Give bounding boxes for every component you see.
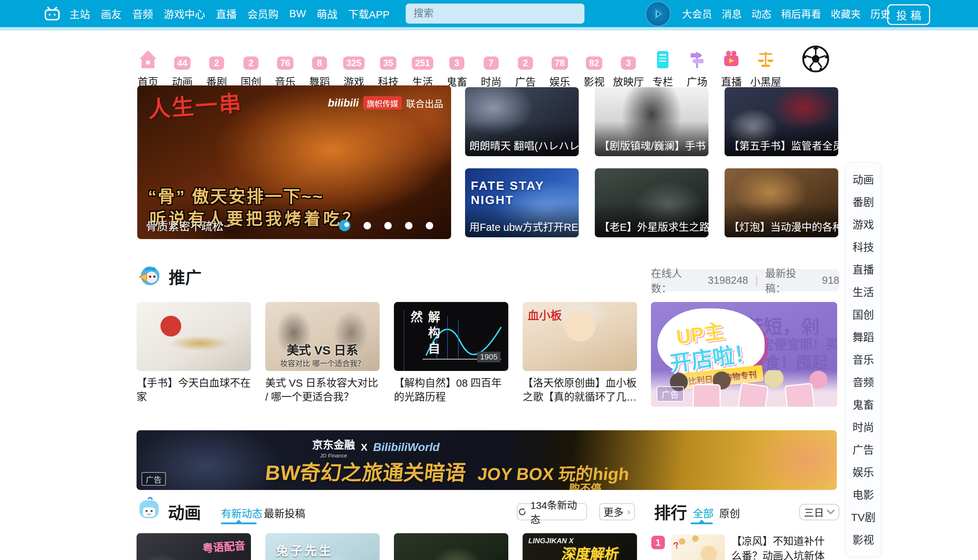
side-nav-bangumi[interactable]: 番剧 (845, 191, 881, 213)
nav-item-favorites[interactable]: 收藏夹 (831, 7, 861, 21)
rank-list-item-1[interactable]: 1 ? 【凉风】不知道补什么番？动画入坑新体位了解一下！ (651, 534, 832, 560)
category-count-badge: 2 (209, 57, 224, 70)
side-nav-guochuang[interactable]: 国创 (845, 303, 881, 326)
promo-card[interactable]: 血小板 【洛天依原创曲】血小板之歌【真的就循环了几百遍】【表 (523, 302, 637, 404)
side-nav-music[interactable]: 音乐 (845, 348, 881, 371)
side-nav-movie[interactable]: 电影 (845, 483, 881, 506)
upload-button[interactable]: 投稿 (887, 4, 930, 25)
nav-item-bw[interactable]: BW (289, 8, 306, 20)
carousel-dot[interactable] (426, 222, 433, 230)
ad-card-up-shop[interactable]: 人生苦短，剁 子比某宝便宜耶！买买 超好食！囤起 UP主 开店啦！ 比利日报•购… (651, 302, 837, 407)
nav-left-group: 主站 画友 音频 游戏中心 直播 会员购 BW 萌战 下载APP (44, 0, 390, 27)
category-column[interactable]: 专栏 (646, 47, 680, 88)
category-fashion[interactable]: 7 时尚 (474, 47, 508, 88)
video-card[interactable] (394, 533, 508, 560)
thumbnail-text: 血小板 (528, 306, 562, 323)
video-card[interactable]: 朗朗晴天 翻唱(ハレハレヤ) (465, 87, 579, 156)
side-nav-live[interactable]: 直播 (845, 258, 881, 281)
category-guochuang[interactable]: 2 国创 (234, 47, 268, 88)
bilibili-homepage: 主站 画友 音频 游戏中心 直播 会员购 BW 萌战 下载APP 大会员 消息 … (0, 0, 978, 560)
nav-item-live[interactable]: 直播 (216, 6, 237, 21)
period-dropdown[interactable]: 三日 (799, 504, 839, 520)
video-card[interactable]: 【老E】外星版求生之路！ (595, 168, 708, 237)
side-nav-dance[interactable]: 舞蹈 (845, 326, 881, 348)
video-card[interactable]: 【剧版镇魂/巍澜】手书 是 (595, 87, 708, 156)
nav-item-huayou[interactable]: 画友 (101, 6, 122, 21)
side-nav-anime[interactable]: 动画 (845, 168, 881, 191)
nav-item-vip-shop[interactable]: 会员购 (247, 6, 278, 21)
video-card[interactable]: FATE STAY NIGHT 用Fate ubw方式打开RE:CRE (465, 168, 579, 237)
category-cinema[interactable]: 3 放映厅 (611, 47, 646, 88)
rank-tab-original[interactable]: 原创 (719, 505, 740, 520)
nav-item-moe-battle[interactable]: 萌战 (317, 6, 337, 21)
carousel-dot[interactable] (384, 222, 392, 230)
promo-card[interactable]: 【手书】今天白血球不在家 (137, 302, 251, 404)
video-card[interactable]: 粤语配音 (137, 533, 251, 560)
search-input[interactable] (406, 3, 585, 23)
category-movies[interactable]: 82 影视 (577, 47, 611, 88)
side-nav-tech[interactable]: 科技 (845, 236, 881, 258)
category-tech[interactable]: 35 科技 (371, 47, 405, 88)
category-home[interactable]: 首页 (131, 47, 165, 88)
nav-item-vip[interactable]: 大会员 (682, 7, 712, 21)
category-entertainment[interactable]: 78 娱乐 (543, 47, 577, 88)
nav-item-main-site[interactable]: 主站 (69, 6, 90, 21)
category-live[interactable]: 直播 (714, 47, 748, 88)
side-section-nav: 动画 番剧 游戏 科技 直播 生活 国创 舞蹈 音乐 音频 鬼畜 时尚 广告 娱… (845, 162, 881, 557)
category-blackroom[interactable]: 小黑屋 (748, 47, 783, 88)
video-card[interactable]: 【灯泡】当动漫中的各种知 (725, 168, 838, 237)
category-label: 放映厅 (613, 73, 644, 88)
category-life[interactable]: 251 生活 (405, 47, 440, 88)
category-count-badge: 35 (380, 57, 397, 70)
nav-item-dynamics[interactable]: 动态 (751, 7, 771, 21)
side-nav-ad[interactable]: 广告 (845, 438, 881, 461)
side-nav-fashion[interactable]: 时尚 (845, 416, 881, 438)
nav-item-watch-later[interactable]: 稍后再看 (781, 7, 821, 21)
nav-item-game-center[interactable]: 游戏中心 (164, 6, 205, 21)
bilibiliworld-logo: BilibiliWorld (373, 441, 440, 454)
refresh-icon (518, 507, 527, 517)
promo-card[interactable]: 解构自然 1905 【解构自然】08 四百年的光路历程 (394, 302, 508, 404)
new-dynamics-count-button[interactable]: 134条新动态 (517, 503, 587, 520)
anime-section-title: 动画 (168, 500, 201, 523)
category-game[interactable]: 325 游戏 (337, 47, 371, 88)
nav-item-messages[interactable]: 消息 (722, 7, 742, 21)
category-label: 时尚 (481, 73, 501, 88)
category-bangumi[interactable]: 2 番剧 (200, 47, 234, 88)
category-ad[interactable]: 2 广告 (508, 47, 543, 88)
side-nav-audio[interactable]: 音频 (845, 371, 881, 393)
tab-latest-posts[interactable]: 最新投稿 (264, 505, 305, 520)
video-title: 【解构自然】08 四百年的光路历程 (394, 376, 508, 404)
video-card[interactable]: 【第五手书】监管者全员的 (725, 87, 838, 156)
side-nav-entertainment[interactable]: 娱乐 (845, 461, 881, 483)
video-title: 【剧版镇魂/巍澜】手书 是 (595, 121, 708, 156)
bw-event-banner[interactable]: 京东金融 JD Finance X BilibiliWorld BW奇幻之旅通关… (137, 430, 837, 490)
side-nav-tv[interactable]: TV剧 (845, 506, 881, 528)
side-nav-kichiku[interactable]: 鬼畜 (845, 393, 881, 416)
nav-item-audio[interactable]: 音频 (132, 6, 153, 21)
side-nav-game[interactable]: 游戏 (845, 213, 881, 236)
promo-card[interactable]: 美式 VS 日系 妆容对比 哪一个适合我？ 美式 VS 日系妆容大对比 / 哪一… (265, 302, 380, 404)
hero-carousel[interactable]: 人生一串 bilibili 旗帜传媒 联合出品 “骨” 傲天安排一下~~ 听说有… (137, 85, 451, 239)
user-avatar[interactable] (645, 1, 671, 27)
carousel-dot-active[interactable] (339, 220, 350, 231)
carousel-dot[interactable] (363, 222, 371, 230)
category-square[interactable]: 广场 (680, 47, 714, 88)
rank-tab-all[interactable]: 全部 (693, 505, 713, 520)
category-kichiku[interactable]: 3 鬼畜 (440, 47, 474, 88)
stats-divider: | (755, 275, 758, 286)
category-dance[interactable]: 8 舞蹈 (302, 47, 337, 88)
nav-item-download-app[interactable]: 下载APP (348, 6, 390, 21)
video-title: 用Fate ubw方式打开RE:CRE (465, 202, 579, 237)
hero-headline-1: “骨” 傲天安排一下~~ (148, 183, 324, 207)
tab-new-dynamics[interactable]: 有新动态 (221, 505, 262, 520)
category-anime[interactable]: 44 动画 (165, 47, 200, 88)
side-nav-film[interactable]: 影视 (845, 528, 881, 551)
football-icon[interactable] (802, 45, 830, 73)
category-music[interactable]: 76 音乐 (268, 47, 302, 88)
video-card[interactable]: 兔子先生 (265, 533, 380, 560)
more-button[interactable]: 更多 › (599, 503, 635, 520)
side-nav-life[interactable]: 生活 (845, 281, 881, 303)
carousel-dot[interactable] (405, 222, 413, 230)
video-card[interactable]: LINGJIKAN X 深度解析 国家队到底在讲啥 (523, 533, 637, 560)
